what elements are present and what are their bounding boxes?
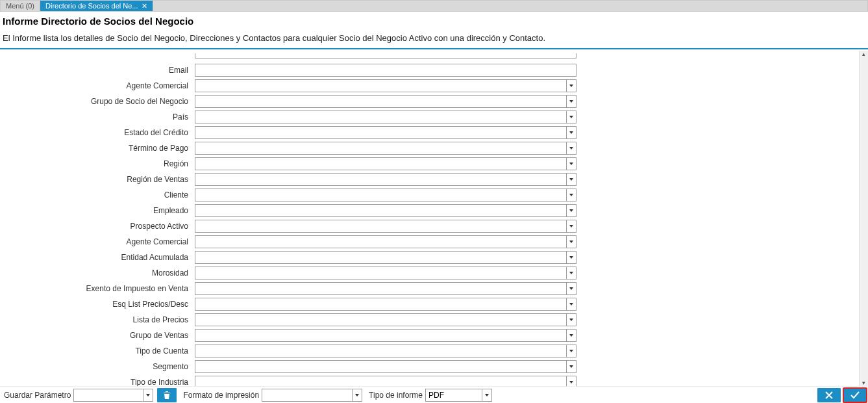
- chevron-down-icon: [569, 350, 573, 352]
- chevron-down-icon: [569, 256, 573, 259]
- save-param-combo: [73, 389, 153, 402]
- ok-button[interactable]: [843, 388, 867, 402]
- field-wrap: [195, 204, 577, 217]
- report-type-dropdown-button[interactable]: [482, 389, 492, 402]
- combo-input[interactable]: [195, 251, 567, 264]
- combo-input[interactable]: [195, 157, 567, 170]
- form-row: Grupo de Ventas: [0, 328, 859, 343]
- combo-dropdown-button[interactable]: [567, 282, 577, 295]
- combo-input[interactable]: [195, 298, 567, 311]
- combo-input[interactable]: [195, 204, 567, 217]
- form-row: Morosidad: [0, 265, 859, 281]
- combo-dropdown-button[interactable]: [567, 251, 577, 264]
- form-row: País: [0, 109, 859, 125]
- combo-input[interactable]: [195, 126, 567, 139]
- chevron-down-icon: [355, 394, 359, 396]
- combo: [195, 110, 577, 124]
- combo-dropdown-button[interactable]: [567, 266, 577, 280]
- form-row: Prospecto Activo: [0, 218, 859, 234]
- partial-input[interactable]: [195, 53, 577, 58]
- tab-menu[interactable]: Menú (0): [1, 1, 40, 11]
- combo-input[interactable]: [195, 360, 567, 373]
- field-wrap: [195, 173, 577, 186]
- form-area: EmailAgente ComercialGrupo de Socio del …: [0, 51, 859, 386]
- field-wrap: [195, 313, 577, 326]
- chevron-down-icon: [569, 365, 573, 368]
- combo-dropdown-button[interactable]: [567, 235, 577, 248]
- combo-dropdown-button[interactable]: [567, 142, 577, 155]
- print-format-input[interactable]: [262, 389, 353, 402]
- scroll-down-icon[interactable]: ▾: [860, 380, 868, 386]
- bottom-bar: Guardar Parámetro Formato de impresión T…: [0, 386, 868, 403]
- report-type-input[interactable]: [425, 389, 482, 402]
- combo-dropdown-button[interactable]: [567, 298, 577, 311]
- print-format-dropdown-button[interactable]: [353, 389, 362, 402]
- field-wrap: [195, 376, 577, 386]
- chevron-down-icon: [569, 318, 573, 321]
- scroll-up-icon[interactable]: ▴: [860, 51, 868, 57]
- combo-dropdown-button[interactable]: [567, 95, 577, 108]
- combo: [195, 142, 577, 155]
- combo-dropdown-button[interactable]: [567, 313, 577, 326]
- tab-active-label: Directorio de Socios del Ne...: [45, 2, 138, 10]
- combo-dropdown-button[interactable]: [567, 110, 577, 124]
- field-label: Prospecto Activo: [0, 222, 195, 231]
- field-wrap: [195, 329, 577, 342]
- combo-dropdown-button[interactable]: [567, 376, 577, 386]
- combo: [195, 266, 577, 280]
- combo-input[interactable]: [195, 313, 567, 326]
- vertical-scrollbar[interactable]: ▴ ▾: [859, 51, 868, 386]
- combo: [195, 173, 577, 186]
- combo-dropdown-button[interactable]: [567, 126, 577, 139]
- save-param-dropdown-button[interactable]: [143, 389, 153, 402]
- combo-dropdown-button[interactable]: [567, 329, 577, 342]
- combo-dropdown-button[interactable]: [567, 79, 577, 92]
- combo-dropdown-button[interactable]: [567, 360, 577, 373]
- combo-dropdown-button[interactable]: [567, 173, 577, 186]
- combo: [195, 95, 577, 108]
- field-wrap: [195, 79, 577, 92]
- combo-input[interactable]: [195, 376, 567, 386]
- combo: [195, 360, 577, 373]
- combo-input[interactable]: [195, 79, 567, 92]
- combo-input[interactable]: [195, 329, 567, 342]
- combo-input[interactable]: [195, 282, 567, 295]
- combo-input[interactable]: [195, 266, 567, 280]
- field-label: Esq List Precios/Desc: [0, 300, 195, 309]
- save-param-input[interactable]: [73, 389, 143, 402]
- combo-input[interactable]: [195, 142, 567, 155]
- field-label: Término de Pago: [0, 144, 195, 153]
- combo: [195, 376, 577, 386]
- form-row: Grupo de Socio del Negocio: [0, 94, 859, 109]
- combo-input[interactable]: [195, 173, 567, 186]
- chevron-down-icon: [569, 162, 573, 165]
- form-row-partial: [0, 53, 859, 62]
- chevron-down-icon: [485, 394, 489, 396]
- combo: [195, 313, 577, 326]
- tab-active[interactable]: Directorio de Socios del Ne... ✕: [40, 1, 153, 11]
- chevron-down-icon: [569, 84, 573, 87]
- close-icon[interactable]: ✕: [142, 2, 147, 10]
- combo-input[interactable]: [195, 110, 567, 124]
- field-label: Región: [0, 159, 195, 168]
- field-label: Empleado: [0, 206, 195, 215]
- combo-dropdown-button[interactable]: [567, 220, 577, 233]
- report-type-label: Tipo de informe: [366, 391, 425, 400]
- cancel-button[interactable]: [817, 388, 841, 402]
- form-row: Exento de Impuesto en Venta: [0, 281, 859, 296]
- delete-button[interactable]: [157, 388, 177, 402]
- field-wrap: [195, 344, 577, 358]
- combo-input[interactable]: [195, 344, 567, 358]
- combo-dropdown-button[interactable]: [567, 188, 577, 202]
- combo-input[interactable]: [195, 188, 567, 202]
- text-input[interactable]: [195, 64, 577, 77]
- combo-dropdown-button[interactable]: [567, 344, 577, 358]
- combo-input[interactable]: [195, 235, 567, 248]
- combo-input[interactable]: [195, 95, 567, 108]
- combo-input[interactable]: [195, 220, 567, 233]
- field-label: Email: [0, 66, 195, 75]
- combo-dropdown-button[interactable]: [567, 204, 577, 217]
- form-row: Tipo de Cuenta: [0, 343, 859, 359]
- print-format-label: Formato de impresión: [180, 391, 262, 400]
- combo-dropdown-button[interactable]: [567, 157, 577, 170]
